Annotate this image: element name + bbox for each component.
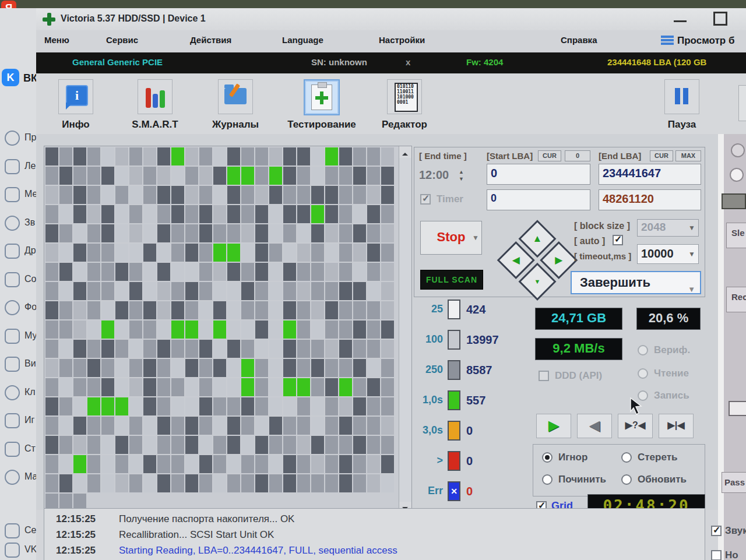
read-volume-lcd: 24,71 GB	[535, 308, 622, 330]
second-checkbox[interactable]	[711, 550, 722, 560]
scan-block	[199, 224, 212, 242]
maximize-button[interactable]	[712, 10, 727, 24]
toolbar-pause-button[interactable]: Пауза	[647, 78, 717, 132]
menu-item-settings[interactable]: Настройки	[379, 35, 425, 45]
stop-dropdown-icon[interactable]: ▼	[472, 234, 479, 241]
scan-block	[269, 455, 282, 473]
scan-block	[199, 436, 212, 454]
minimize-button[interactable]	[669, 14, 690, 24]
sleep-button[interactable]: Sle	[726, 223, 746, 248]
scan-block	[339, 205, 352, 223]
end-time-value[interactable]: 12:00	[419, 168, 449, 182]
toolbar-clipped-button[interactable]	[738, 85, 746, 121]
timer-input[interactable]: 0	[487, 189, 590, 210]
vk-sidebar-item[interactable]: Ле	[3, 158, 36, 181]
step-back-button[interactable]: ◀	[577, 414, 612, 438]
vk-sidebar-item[interactable]: VK	[3, 541, 36, 560]
menu-item-service[interactable]: Сервис	[106, 35, 138, 45]
menu-item-language[interactable]: Language	[282, 35, 323, 45]
scroll-up-arrow-icon[interactable]	[399, 146, 411, 158]
auto-checkbox[interactable]	[613, 235, 623, 245]
scan-block	[297, 417, 310, 435]
repair-radio[interactable]	[542, 474, 553, 485]
scan-block	[157, 244, 170, 262]
menu-item-menu[interactable]: Меню	[44, 35, 69, 45]
password-button[interactable]: Pass	[722, 472, 746, 493]
recall-button[interactable]: Rec	[726, 287, 746, 312]
after-scan-action-combo[interactable]: Завершить▼	[571, 271, 701, 294]
menu-item-help[interactable]: Справка	[561, 35, 597, 45]
block-size-combo[interactable]: 2048▼	[637, 219, 699, 237]
scan-block	[227, 455, 240, 473]
menu-item-actions[interactable]: Действия	[190, 35, 231, 45]
vk-sidebar-item[interactable]: Фо	[3, 299, 36, 322]
seek-question-button[interactable]: ▶?◀	[618, 414, 653, 438]
scan-block	[255, 301, 268, 319]
vk-sidebar-item[interactable]: Ма	[3, 469, 36, 492]
toolbar-info-button[interactable]: i Инфо	[41, 78, 111, 132]
mouse-cursor-icon	[629, 397, 645, 415]
end-lba-cur-button[interactable]: CUR	[650, 150, 673, 161]
scan-block	[143, 474, 156, 492]
vk-sidebar-item[interactable]: Ви	[3, 355, 36, 379]
scan-block	[87, 224, 100, 242]
scan-block-map[interactable]	[44, 146, 412, 515]
scan-block	[311, 340, 324, 358]
full-scan-button[interactable]: FULL SCAN	[420, 270, 483, 290]
seek-end-button[interactable]: ▶|◀	[659, 414, 694, 438]
start-lba-cur-button[interactable]: CUR	[538, 150, 561, 161]
spinner-up-icon[interactable]: ▲	[459, 170, 464, 175]
view-list-icon[interactable]	[661, 35, 674, 47]
scan-block	[143, 397, 156, 415]
ddd-api-checkbox[interactable]	[539, 371, 549, 381]
vk-sidebar-item[interactable]: Со	[3, 271, 36, 294]
vk-logo-icon[interactable]: K	[2, 69, 19, 86]
end-lba-input[interactable]: 234441647	[599, 164, 701, 185]
sound-checkbox[interactable]	[711, 526, 722, 536]
end-lba-max-button[interactable]: MAX	[675, 150, 701, 161]
vk-sidebar-item[interactable]: Зв	[3, 214, 36, 238]
toolbar-editor-button[interactable]: 010110 110011 101000 0001 Редактор	[370, 78, 439, 132]
drive-info-bar[interactable]: General Generic PCIE SN: unknown x Fw: 4…	[36, 52, 746, 73]
toolbar-test-button[interactable]: Тестирование	[281, 78, 363, 132]
read-radio[interactable]	[638, 368, 648, 379]
scan-block	[213, 417, 226, 435]
menu-item-view[interactable]: Просмотр б	[677, 35, 734, 47]
stop-button[interactable]: Stop▼	[420, 221, 482, 255]
scan-block	[311, 378, 324, 396]
side-radio-bottom[interactable]	[730, 168, 744, 182]
scan-block	[101, 147, 114, 165]
timer-checkbox[interactable]	[420, 194, 431, 205]
scan-block	[143, 147, 156, 165]
vk-sidebar-item[interactable]: Иг	[3, 412, 36, 435]
ignore-radio[interactable]	[542, 452, 553, 463]
scan-block	[73, 455, 86, 473]
spinner-down-icon[interactable]: ▼	[459, 177, 464, 182]
side-small-box[interactable]	[729, 401, 746, 416]
refresh-radio[interactable]	[621, 474, 632, 485]
title-bar[interactable]: Victoria 5.37 HDD/SSD | Device 1	[36, 8, 746, 30]
vk-app-label: ВК	[23, 72, 37, 84]
play-button[interactable]: ▶	[536, 414, 571, 438]
erase-radio[interactable]	[621, 452, 632, 463]
start-lba-input[interactable]: 0	[487, 164, 590, 185]
current-block-input[interactable]: 48261120	[599, 189, 701, 210]
verify-radio[interactable]	[638, 345, 648, 355]
side-radio-top[interactable]	[731, 143, 745, 157]
toolbar-logs-button[interactable]: Журналы	[200, 78, 270, 132]
vk-sidebar-item[interactable]: Пр	[3, 129, 36, 153]
vk-sidebar-item[interactable]: Му	[3, 327, 36, 351]
scan-block	[367, 186, 380, 204]
timeout-combo[interactable]: 10000▼	[637, 244, 699, 264]
toolbar-smart-button[interactable]: S.M.A.R.T	[120, 78, 190, 132]
vk-sidebar-item[interactable]: Ст	[3, 441, 36, 464]
map-scrollbar[interactable]	[399, 146, 411, 513]
start-lba-zero-button[interactable]: 0	[565, 150, 590, 161]
vk-sidebar-item[interactable]: Ме	[3, 186, 36, 209]
vk-item-label: Ст	[24, 443, 36, 454]
vk-sidebar-item[interactable]: Кл	[3, 384, 36, 407]
direction-pad[interactable]: ▲ ▶ ◀ ▼	[494, 217, 581, 305]
log-panel[interactable]: 12:15:25Получение паспорта накопителя...…	[44, 508, 705, 560]
scan-block	[73, 167, 86, 185]
vk-sidebar-item[interactable]: Др	[3, 242, 36, 266]
